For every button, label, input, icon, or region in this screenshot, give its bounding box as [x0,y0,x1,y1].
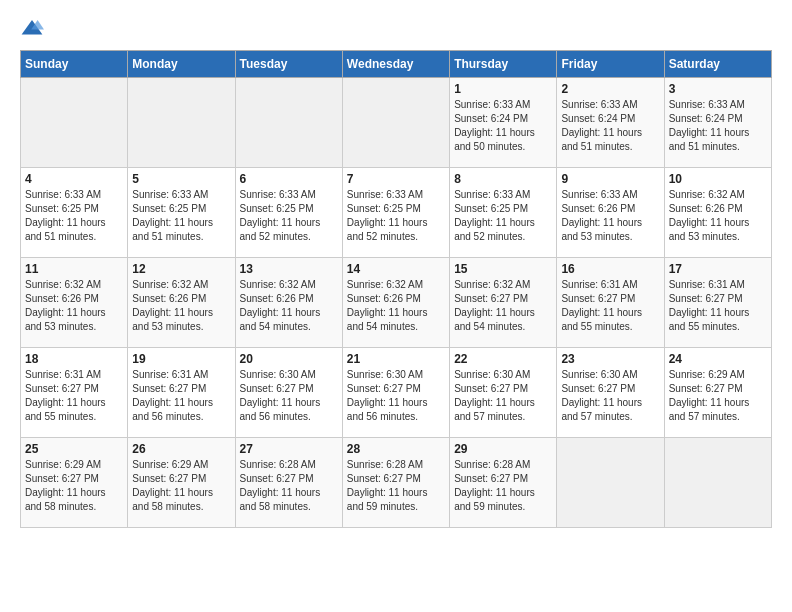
day-number: 19 [132,352,230,366]
calendar-cell: 18Sunrise: 6:31 AM Sunset: 6:27 PM Dayli… [21,348,128,438]
day-number: 2 [561,82,659,96]
day-number: 6 [240,172,338,186]
calendar-cell: 7Sunrise: 6:33 AM Sunset: 6:25 PM Daylig… [342,168,449,258]
day-info: Sunrise: 6:28 AM Sunset: 6:27 PM Dayligh… [454,458,552,514]
day-info: Sunrise: 6:32 AM Sunset: 6:26 PM Dayligh… [132,278,230,334]
calendar-cell: 9Sunrise: 6:33 AM Sunset: 6:26 PM Daylig… [557,168,664,258]
day-info: Sunrise: 6:30 AM Sunset: 6:27 PM Dayligh… [347,368,445,424]
day-number: 1 [454,82,552,96]
calendar-cell [557,438,664,528]
calendar-cell [664,438,771,528]
calendar-cell: 17Sunrise: 6:31 AM Sunset: 6:27 PM Dayli… [664,258,771,348]
day-number: 27 [240,442,338,456]
day-number: 20 [240,352,338,366]
day-info: Sunrise: 6:32 AM Sunset: 6:26 PM Dayligh… [25,278,123,334]
day-info: Sunrise: 6:32 AM Sunset: 6:26 PM Dayligh… [240,278,338,334]
day-number: 10 [669,172,767,186]
calendar-table: SundayMondayTuesdayWednesdayThursdayFrid… [20,50,772,528]
calendar-week-row: 4Sunrise: 6:33 AM Sunset: 6:25 PM Daylig… [21,168,772,258]
day-number: 22 [454,352,552,366]
day-info: Sunrise: 6:31 AM Sunset: 6:27 PM Dayligh… [25,368,123,424]
day-info: Sunrise: 6:33 AM Sunset: 6:24 PM Dayligh… [454,98,552,154]
calendar-cell [128,78,235,168]
day-info: Sunrise: 6:33 AM Sunset: 6:26 PM Dayligh… [561,188,659,244]
day-info: Sunrise: 6:32 AM Sunset: 6:27 PM Dayligh… [454,278,552,334]
day-info: Sunrise: 6:30 AM Sunset: 6:27 PM Dayligh… [240,368,338,424]
calendar-cell: 15Sunrise: 6:32 AM Sunset: 6:27 PM Dayli… [450,258,557,348]
day-info: Sunrise: 6:31 AM Sunset: 6:27 PM Dayligh… [669,278,767,334]
day-number: 21 [347,352,445,366]
day-info: Sunrise: 6:30 AM Sunset: 6:27 PM Dayligh… [454,368,552,424]
calendar-cell: 22Sunrise: 6:30 AM Sunset: 6:27 PM Dayli… [450,348,557,438]
day-info: Sunrise: 6:33 AM Sunset: 6:25 PM Dayligh… [454,188,552,244]
day-info: Sunrise: 6:31 AM Sunset: 6:27 PM Dayligh… [561,278,659,334]
day-number: 12 [132,262,230,276]
weekday-header-tuesday: Tuesday [235,51,342,78]
calendar-cell: 13Sunrise: 6:32 AM Sunset: 6:26 PM Dayli… [235,258,342,348]
day-info: Sunrise: 6:32 AM Sunset: 6:26 PM Dayligh… [347,278,445,334]
calendar-cell: 4Sunrise: 6:33 AM Sunset: 6:25 PM Daylig… [21,168,128,258]
calendar-cell: 11Sunrise: 6:32 AM Sunset: 6:26 PM Dayli… [21,258,128,348]
calendar-week-row: 18Sunrise: 6:31 AM Sunset: 6:27 PM Dayli… [21,348,772,438]
calendar-cell: 25Sunrise: 6:29 AM Sunset: 6:27 PM Dayli… [21,438,128,528]
calendar-cell: 14Sunrise: 6:32 AM Sunset: 6:26 PM Dayli… [342,258,449,348]
day-number: 23 [561,352,659,366]
calendar-cell: 6Sunrise: 6:33 AM Sunset: 6:25 PM Daylig… [235,168,342,258]
day-number: 15 [454,262,552,276]
day-number: 13 [240,262,338,276]
day-number: 9 [561,172,659,186]
day-number: 4 [25,172,123,186]
calendar-week-row: 1Sunrise: 6:33 AM Sunset: 6:24 PM Daylig… [21,78,772,168]
calendar-cell: 24Sunrise: 6:29 AM Sunset: 6:27 PM Dayli… [664,348,771,438]
weekday-header-saturday: Saturday [664,51,771,78]
day-info: Sunrise: 6:33 AM Sunset: 6:25 PM Dayligh… [25,188,123,244]
day-number: 11 [25,262,123,276]
day-number: 17 [669,262,767,276]
day-info: Sunrise: 6:30 AM Sunset: 6:27 PM Dayligh… [561,368,659,424]
calendar-cell: 20Sunrise: 6:30 AM Sunset: 6:27 PM Dayli… [235,348,342,438]
weekday-header-monday: Monday [128,51,235,78]
day-info: Sunrise: 6:29 AM Sunset: 6:27 PM Dayligh… [25,458,123,514]
calendar-cell [235,78,342,168]
calendar-week-row: 25Sunrise: 6:29 AM Sunset: 6:27 PM Dayli… [21,438,772,528]
day-info: Sunrise: 6:33 AM Sunset: 6:24 PM Dayligh… [561,98,659,154]
day-info: Sunrise: 6:28 AM Sunset: 6:27 PM Dayligh… [347,458,445,514]
day-info: Sunrise: 6:28 AM Sunset: 6:27 PM Dayligh… [240,458,338,514]
calendar-week-row: 11Sunrise: 6:32 AM Sunset: 6:26 PM Dayli… [21,258,772,348]
day-number: 16 [561,262,659,276]
day-info: Sunrise: 6:29 AM Sunset: 6:27 PM Dayligh… [132,458,230,514]
weekday-header-wednesday: Wednesday [342,51,449,78]
calendar-header-row: SundayMondayTuesdayWednesdayThursdayFrid… [21,51,772,78]
calendar-cell: 21Sunrise: 6:30 AM Sunset: 6:27 PM Dayli… [342,348,449,438]
day-info: Sunrise: 6:31 AM Sunset: 6:27 PM Dayligh… [132,368,230,424]
day-number: 18 [25,352,123,366]
calendar-cell: 23Sunrise: 6:30 AM Sunset: 6:27 PM Dayli… [557,348,664,438]
day-number: 3 [669,82,767,96]
day-number: 24 [669,352,767,366]
calendar-cell: 8Sunrise: 6:33 AM Sunset: 6:25 PM Daylig… [450,168,557,258]
calendar-cell: 16Sunrise: 6:31 AM Sunset: 6:27 PM Dayli… [557,258,664,348]
day-number: 8 [454,172,552,186]
calendar-cell: 2Sunrise: 6:33 AM Sunset: 6:24 PM Daylig… [557,78,664,168]
day-number: 5 [132,172,230,186]
day-info: Sunrise: 6:33 AM Sunset: 6:24 PM Dayligh… [669,98,767,154]
day-info: Sunrise: 6:32 AM Sunset: 6:26 PM Dayligh… [669,188,767,244]
calendar-cell: 28Sunrise: 6:28 AM Sunset: 6:27 PM Dayli… [342,438,449,528]
calendar-cell: 27Sunrise: 6:28 AM Sunset: 6:27 PM Dayli… [235,438,342,528]
page-header [20,20,772,40]
day-number: 7 [347,172,445,186]
calendar-cell: 12Sunrise: 6:32 AM Sunset: 6:26 PM Dayli… [128,258,235,348]
day-info: Sunrise: 6:33 AM Sunset: 6:25 PM Dayligh… [132,188,230,244]
logo-icon [20,18,44,38]
day-number: 28 [347,442,445,456]
calendar-cell: 29Sunrise: 6:28 AM Sunset: 6:27 PM Dayli… [450,438,557,528]
day-info: Sunrise: 6:33 AM Sunset: 6:25 PM Dayligh… [240,188,338,244]
calendar-cell: 26Sunrise: 6:29 AM Sunset: 6:27 PM Dayli… [128,438,235,528]
calendar-cell: 19Sunrise: 6:31 AM Sunset: 6:27 PM Dayli… [128,348,235,438]
day-info: Sunrise: 6:33 AM Sunset: 6:25 PM Dayligh… [347,188,445,244]
calendar-cell [21,78,128,168]
calendar-cell: 1Sunrise: 6:33 AM Sunset: 6:24 PM Daylig… [450,78,557,168]
day-number: 29 [454,442,552,456]
calendar-cell: 5Sunrise: 6:33 AM Sunset: 6:25 PM Daylig… [128,168,235,258]
weekday-header-thursday: Thursday [450,51,557,78]
